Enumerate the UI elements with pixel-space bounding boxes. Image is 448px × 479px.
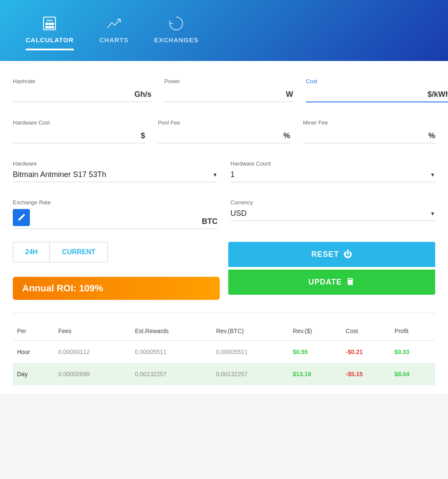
reset-icon: ⏻ — [343, 250, 352, 259]
svg-rect-2 — [46, 23, 48, 25]
table-cell: 0.00005511 — [131, 341, 212, 363]
results-table: Per Fees Est.Rewards Rev.(BTC) Rev.($) C… — [13, 322, 435, 385]
period-section: 24H CURRENT — [13, 242, 220, 262]
table-cell: Day — [13, 363, 54, 385]
calculator-label: CALCULATOR — [26, 36, 74, 44]
reset-label: RESET — [311, 250, 339, 259]
main-content: Hashrate 53000 Gh/s Power 2385 W Cost 0.… — [0, 61, 448, 394]
svg-rect-5 — [46, 26, 48, 28]
cost-input[interactable]: 0.09 — [306, 88, 423, 99]
miner-fee-input-row: 1 % — [303, 129, 435, 143]
power-unit: W — [286, 90, 293, 99]
power-group: Power 2385 W — [164, 74, 293, 107]
col-rev-btc: Rev.(BTC) — [212, 322, 288, 341]
hardware-count-value: 1 — [230, 170, 235, 179]
exchange-rate-edit-button[interactable] — [13, 209, 30, 226]
hardware-cost-unit: $ — [141, 131, 145, 140]
table-cell: 0.00000112 — [54, 341, 131, 363]
tab-charts[interactable]: CHARTS — [99, 14, 129, 47]
svg-rect-6 — [49, 26, 51, 28]
pool-fee-group: Pool Fee 1 % — [158, 115, 290, 148]
col-per: Per — [13, 322, 54, 341]
table-cell: 0.00132257 — [212, 363, 288, 385]
pool-fee-input-row: 1 % — [158, 129, 290, 143]
calculator-icon — [40, 14, 59, 33]
hardware-count-group: Hardware Count 1 ▼ — [230, 156, 435, 186]
table-cell: $13.19 — [288, 363, 341, 385]
table-cell: 0.00005511 — [212, 341, 288, 363]
miner-fee-label: Miner Fee — [303, 119, 435, 126]
table-row: Hour0.000001120.000055110.00005511$0.55-… — [13, 341, 435, 363]
currency-select[interactable]: USD ▼ — [230, 209, 435, 221]
currency-dropdown-arrow: ▼ — [430, 211, 435, 217]
form-row-3: Hardware Bitmain Antminer S17 53Th ▼ Har… — [13, 156, 435, 186]
hardware-count-dropdown-arrow: ▼ — [430, 172, 435, 178]
power-input-row: 2385 W — [164, 88, 293, 102]
update-button[interactable]: UPDATE 🖩 — [228, 270, 435, 295]
table-cell: $0.55 — [288, 341, 341, 363]
hardware-value: Bitmain Antminer S17 53Th — [13, 170, 106, 179]
header: CALCULATOR CHARTS EXCHANGES — [0, 0, 448, 61]
cost-input-row: 0.09 $/kWh — [306, 88, 448, 102]
cost-group: Cost 0.09 $/kWh — [306, 74, 448, 107]
roi-badge: Annual ROI: 109% — [13, 277, 220, 300]
exchange-rate-input[interactable]: 1 — [34, 215, 198, 226]
table-row: Day0.000026990.001322570.00132257$13.19-… — [13, 363, 435, 385]
table-cell: 0.00132257 — [131, 363, 212, 385]
divider — [13, 313, 435, 313]
exchanges-label: EXCHANGES — [154, 36, 198, 44]
currency-group: Currency USD ▼ — [230, 195, 435, 233]
svg-rect-7 — [52, 26, 54, 28]
table-cell: $8.04 — [390, 363, 435, 385]
left-controls: 24H CURRENT Annual ROI: 109% — [13, 242, 220, 308]
exchange-rate-label: Exchange Rate — [13, 199, 218, 206]
hardware-cost-input-row: 2700 $ — [13, 129, 145, 143]
table-cell: Hour — [13, 341, 54, 363]
tab-calculator[interactable]: CALCULATOR — [26, 14, 74, 47]
table-cell: -$5.15 — [341, 363, 390, 385]
period-24h-button[interactable]: 24H — [13, 242, 49, 262]
hardware-select[interactable]: Bitmain Antminer S17 53Th ▼ — [13, 170, 218, 182]
cost-unit: $/kWh — [428, 90, 448, 99]
miner-fee-group: Miner Fee 1 % — [303, 115, 435, 148]
bottom-controls: 24H CURRENT Annual ROI: 109% RESET ⏻ UPD… — [13, 242, 435, 308]
hardware-cost-input[interactable]: 2700 — [13, 129, 137, 140]
cost-label: Cost — [306, 78, 448, 84]
hashrate-input-row: 53000 Gh/s — [13, 88, 151, 102]
period-current-button[interactable]: CURRENT — [49, 242, 108, 262]
exchange-rate-input-row: 1 BTC — [13, 209, 218, 229]
exchange-rate-unit: BTC — [202, 217, 218, 226]
form-row-4: Exchange Rate 1 BTC Currency USD ▼ — [13, 195, 435, 233]
hardware-count-select[interactable]: 1 ▼ — [230, 170, 435, 182]
hardware-group: Hardware Bitmain Antminer S17 53Th ▼ — [13, 156, 218, 186]
exchanges-icon — [167, 14, 186, 33]
table-header-row: Per Fees Est.Rewards Rev.(BTC) Rev.($) C… — [13, 322, 435, 341]
power-input[interactable]: 2385 — [164, 88, 282, 99]
col-cost: Cost — [341, 322, 390, 341]
svg-rect-4 — [52, 23, 54, 25]
table-cell: 0.00002699 — [54, 363, 131, 385]
hardware-cost-group: Hardware Cost 2700 $ — [13, 115, 145, 148]
exchange-rate-group: Exchange Rate 1 BTC — [13, 195, 218, 233]
pool-fee-input[interactable]: 1 — [158, 129, 279, 140]
table-cell: $0.33 — [390, 341, 435, 363]
col-fees: Fees — [54, 322, 131, 341]
pool-fee-unit: % — [283, 131, 290, 140]
pool-fee-label: Pool Fee — [158, 119, 290, 126]
hashrate-label: Hashrate — [13, 78, 151, 84]
currency-value: USD — [230, 209, 247, 218]
hardware-count-label: Hardware Count — [230, 160, 435, 167]
hardware-label: Hardware — [13, 160, 218, 167]
col-rev-usd: Rev.($) — [288, 322, 341, 341]
form-row-1: Hashrate 53000 Gh/s Power 2385 W Cost 0.… — [13, 74, 435, 107]
tab-exchanges[interactable]: EXCHANGES — [154, 14, 198, 47]
currency-label: Currency — [230, 199, 435, 206]
hashrate-input[interactable]: 53000 — [13, 88, 130, 99]
svg-rect-3 — [49, 23, 51, 25]
hashrate-unit: Gh/s — [134, 90, 151, 99]
col-est-rewards: Est.Rewards — [131, 322, 212, 341]
col-profit: Profit — [390, 322, 435, 341]
miner-fee-unit: % — [428, 131, 435, 140]
miner-fee-input[interactable]: 1 — [303, 129, 424, 140]
reset-button[interactable]: RESET ⏻ — [228, 242, 435, 267]
